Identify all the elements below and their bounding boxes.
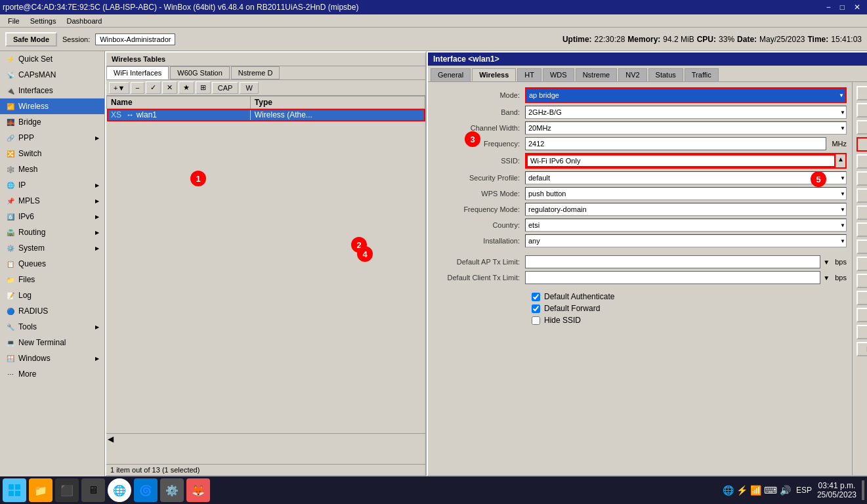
sidebar-item-log[interactable]: 📝Log xyxy=(0,287,104,303)
wps-mode-select[interactable]: push button xyxy=(525,187,847,200)
tab-nv2[interactable]: NV2 xyxy=(618,68,646,81)
frequency-mode-select[interactable]: regulatory-domain xyxy=(525,203,847,216)
torch-button[interactable]: Torch xyxy=(856,188,867,203)
safe-mode-button[interactable]: Safe Mode xyxy=(5,32,57,47)
tab-general[interactable]: General xyxy=(431,68,471,81)
cap-button[interactable]: CAP xyxy=(212,82,239,94)
sidebar-item-ip[interactable]: 🌐IP▶ xyxy=(0,177,104,193)
tray-icon-3[interactable]: 📶 xyxy=(750,485,761,495)
maximize-button[interactable]: □ xyxy=(836,3,849,12)
volume-tray-icon[interactable]: 🔊 xyxy=(780,485,791,495)
enable-button[interactable]: Enable xyxy=(856,137,867,152)
sidebar-item-ppp[interactable]: 🔗PPP▶ xyxy=(0,130,104,146)
freq-usage-button[interactable]: Freq. Usage... xyxy=(856,274,867,288)
sidebar-label-3: Wireless xyxy=(18,102,49,111)
tab-status[interactable]: Status xyxy=(648,68,683,81)
snooper-button[interactable]: Snooper... xyxy=(856,325,867,339)
sidebar-item-capsman[interactable]: 📡CAPsMAN xyxy=(0,67,104,83)
apply-button[interactable]: Apply xyxy=(856,120,867,135)
network-tray-icon[interactable]: 🌐 xyxy=(723,485,734,495)
enable-check-button[interactable]: ✓ xyxy=(146,81,161,94)
menu-file[interactable]: File xyxy=(3,16,25,26)
sidebar-item-more[interactable]: ⋯More xyxy=(0,366,104,382)
ok-button[interactable]: OK xyxy=(856,86,867,100)
menu-dashboard[interactable]: Dashboard xyxy=(61,16,107,26)
comment-button[interactable]: ★ xyxy=(179,81,194,94)
mikrotik-tray-icon[interactable]: ⚡ xyxy=(736,485,748,495)
hide-ssid-checkbox[interactable] xyxy=(532,316,540,325)
ssid-input[interactable] xyxy=(526,154,835,167)
country-select[interactable]: etsi xyxy=(525,219,847,232)
w-button[interactable]: W xyxy=(240,82,258,94)
mode-input[interactable] xyxy=(526,89,845,102)
sidebar-item-queues[interactable]: 📋Queues xyxy=(0,256,104,272)
sidebar-item-files[interactable]: 📁Files xyxy=(0,272,104,287)
sidebar-item-interfaces[interactable]: 🔌Interfaces xyxy=(0,83,104,98)
ssid-scroll-up[interactable]: ▲ xyxy=(835,154,845,167)
sidebar-item-new-terminal[interactable]: 💻New Terminal xyxy=(0,335,104,350)
winbox-taskbar[interactable]: 🖥 xyxy=(81,478,105,502)
terminal-taskbar[interactable]: ⬛ xyxy=(55,478,79,502)
horizontal-scrollbar[interactable]: ◀ xyxy=(106,433,425,444)
default-authenticate-checkbox[interactable] xyxy=(532,293,540,301)
ap-tx-dropdown-btn[interactable]: ▼ xyxy=(823,259,830,266)
scan-button[interactable]: Scan... xyxy=(856,257,867,271)
tab-traffic[interactable]: Traffic xyxy=(685,68,719,81)
sniff-button[interactable]: Sniff... xyxy=(856,308,867,322)
minimize-button[interactable]: − xyxy=(822,3,835,12)
edge-taskbar[interactable]: 🌀 xyxy=(134,478,158,502)
sidebar-item-quick-set[interactable]: ⚡Quick Set xyxy=(0,51,104,67)
sidebar-item-radius[interactable]: 🔵RADIUS xyxy=(0,303,104,319)
firefox-taskbar[interactable]: 🦊 xyxy=(186,478,210,502)
wps-client-button[interactable]: WPS Client xyxy=(856,222,867,237)
frequency-input[interactable] xyxy=(525,137,826,150)
tray-icon-4[interactable]: ⌨ xyxy=(764,485,777,495)
band-select[interactable]: 2GHz-B/G xyxy=(525,106,847,119)
default-forward-checkbox[interactable] xyxy=(532,304,540,313)
table-row[interactable]: XS ↔ wlan1 Wireless (Athe... xyxy=(107,109,425,121)
chrome-taskbar[interactable]: 🌐 xyxy=(108,478,131,502)
sidebar-item-system[interactable]: ⚙️System▶ xyxy=(0,240,104,256)
sidebar-item-mpls[interactable]: 📌MPLS▶ xyxy=(0,193,104,209)
client-tx-dropdown-btn[interactable]: ▼ xyxy=(823,274,830,282)
security-profile-select[interactable]: default xyxy=(525,171,847,184)
cancel-button[interactable]: Cancel xyxy=(856,103,867,117)
installation-select[interactable]: any xyxy=(525,234,847,247)
tab-wireless[interactable]: Wireless xyxy=(472,68,516,81)
default-client-tx-input[interactable] xyxy=(525,271,820,284)
channel-width-select[interactable]: 20MHz xyxy=(525,121,847,135)
sidebar-item-routing[interactable]: 🛣️Routing▶ xyxy=(0,224,104,240)
comment-button[interactable]: Comment xyxy=(856,154,867,169)
close-button[interactable]: ✕ xyxy=(850,3,864,12)
sidebar-item-windows[interactable]: 🪟Windows▶ xyxy=(0,350,104,366)
setup-repeater-button[interactable]: Setup Repeater xyxy=(856,240,867,254)
tab-nstreme-d[interactable]: Nstreme D xyxy=(231,66,280,79)
sidebar-item-mesh[interactable]: 🕸️Mesh xyxy=(0,161,104,177)
disable-x-button[interactable]: ✕ xyxy=(162,81,177,94)
settings-taskbar[interactable]: ⚙️ xyxy=(160,478,184,502)
filter-button[interactable]: ⊞ xyxy=(196,81,211,94)
file-manager-taskbar[interactable]: 📁 xyxy=(29,478,53,502)
tab-wifi-interfaces[interactable]: WiFi Interfaces xyxy=(106,66,169,79)
tab-wds[interactable]: WDS xyxy=(543,68,574,81)
sidebar-icon-6: 🔀 xyxy=(5,148,16,159)
sidebar-item-tools[interactable]: 🔧Tools▶ xyxy=(0,319,104,335)
reset-config-button[interactable]: Reset Configuration xyxy=(856,342,867,356)
sidebar-icon-20: ⋯ xyxy=(5,369,16,379)
wps-accept-button[interactable]: WPS Accept xyxy=(856,205,867,220)
remove-button[interactable]: − xyxy=(131,82,144,94)
add-button[interactable]: +▼ xyxy=(109,82,129,94)
sidebar-item-ipv6[interactable]: 6️⃣IPv6▶ xyxy=(0,209,104,224)
tab-ht[interactable]: HT xyxy=(517,68,541,81)
start-button[interactable] xyxy=(3,478,26,502)
tab-nstreme[interactable]: Nstreme xyxy=(576,68,618,81)
default-ap-tx-input[interactable] xyxy=(525,255,820,268)
sidebar-item-switch[interactable]: 🔀Switch xyxy=(0,146,104,161)
menu-settings[interactable]: Settings xyxy=(25,16,62,26)
align-button[interactable]: Align... xyxy=(856,291,867,305)
sidebar-item-bridge[interactable]: 🌉Bridge xyxy=(0,114,104,130)
tab-w60g-station[interactable]: W60G Station xyxy=(170,66,229,79)
sidebar-item-wireless[interactable]: 📶Wireless xyxy=(0,98,104,114)
show-desktop-btn[interactable] xyxy=(862,480,864,500)
advanced-mode-button[interactable]: Advanced Mode xyxy=(856,171,867,186)
